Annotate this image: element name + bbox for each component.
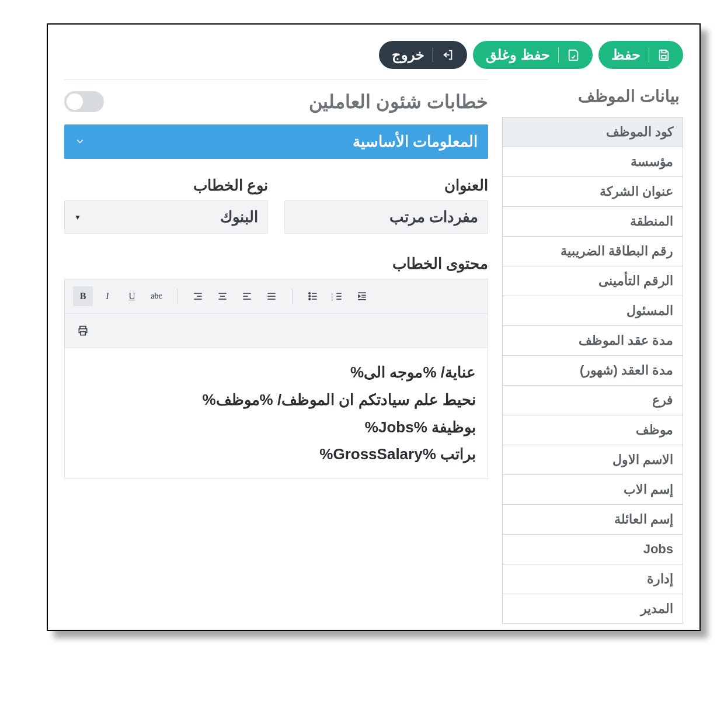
bullet-list-button[interactable] <box>303 286 323 306</box>
align-center-button[interactable] <box>213 286 232 306</box>
save-icon <box>657 48 670 61</box>
caret-down-icon: ▼ <box>74 213 81 221</box>
chevron-down-icon <box>75 133 85 151</box>
sidebar-item[interactable]: كود الموظف <box>502 117 683 147</box>
save-close-button[interactable]: حفظ وغلق <box>473 41 593 69</box>
editor-label: محتوى الخطاب <box>64 255 488 273</box>
indent-button[interactable] <box>352 286 372 306</box>
align-right-button[interactable] <box>188 286 208 306</box>
accordion-title: المعلومات الأساسية <box>353 133 478 151</box>
exit-button[interactable]: خروج <box>379 41 467 69</box>
svg-text:3: 3 <box>332 298 333 301</box>
strike-button[interactable]: abc <box>147 286 166 306</box>
svg-rect-0 <box>662 56 666 59</box>
page-title: خطابات شئون العاملين <box>113 91 488 113</box>
save-close-icon <box>567 48 580 61</box>
sidebar-item[interactable]: فرع <box>502 385 683 415</box>
sidebar-item[interactable]: مدة العقد (شهور) <box>502 355 683 386</box>
editor-content[interactable]: عناية/ %موجه الى%نحيط علم سيادتكم ان الم… <box>65 348 488 479</box>
editor-toolbar: B I U abc 123 <box>65 279 488 348</box>
sidebar: بيانات الموظف كود الموظفمؤسسةعنوان الشرك… <box>502 79 683 624</box>
sidebar-item[interactable]: مدة عقد الموظف <box>502 325 683 356</box>
label-title: العنوان <box>284 176 488 195</box>
main-panel: خطابات شئون العاملين المعلومات الأساسية … <box>64 79 488 624</box>
svg-point-13 <box>309 293 311 294</box>
svg-rect-30 <box>81 332 85 335</box>
align-left-button[interactable] <box>237 286 257 306</box>
svg-rect-29 <box>80 327 86 329</box>
title-input[interactable]: مفردات مرتب <box>284 200 488 234</box>
sidebar-item[interactable]: إسم الاب <box>502 474 683 505</box>
sidebar-item[interactable]: المنطقة <box>502 206 683 237</box>
svg-point-15 <box>309 299 311 300</box>
exit-icon <box>441 48 454 61</box>
bold-button[interactable]: B <box>73 286 93 306</box>
letter-type-select[interactable]: البنوك ▼ <box>64 200 268 234</box>
ordered-list-button[interactable]: 123 <box>328 286 347 306</box>
sidebar-item[interactable]: الاسم الاول <box>502 445 683 475</box>
underline-button[interactable]: U <box>122 286 142 306</box>
sidebar-title: بيانات الموظف <box>502 79 683 117</box>
accordion-basic-info[interactable]: المعلومات الأساسية <box>64 124 488 159</box>
action-toolbar: حفظ حفظ وغلق خروج <box>64 41 683 69</box>
save-button[interactable]: حفظ <box>598 41 683 69</box>
sidebar-item[interactable]: الرقم التأمينى <box>502 266 683 296</box>
toggle-switch[interactable] <box>64 91 104 112</box>
sidebar-item[interactable]: المسئول <box>502 296 683 326</box>
sidebar-item[interactable]: Jobs <box>502 534 683 564</box>
label-letter-type: نوع الخطاب <box>64 176 268 195</box>
exit-label: خروج <box>392 47 424 63</box>
svg-point-14 <box>309 296 311 297</box>
sidebar-item[interactable]: المدير <box>502 594 683 624</box>
rich-text-editor: B I U abc 123 <box>64 279 488 479</box>
sidebar-item[interactable]: إسم العائلة <box>502 504 683 535</box>
sidebar-item[interactable]: مؤسسة <box>502 147 683 177</box>
save-label: حفظ <box>611 47 641 63</box>
italic-button[interactable]: I <box>98 286 117 306</box>
sidebar-item[interactable]: إدارة <box>502 564 683 594</box>
sidebar-item[interactable]: عنوان الشركة <box>502 176 683 207</box>
save-close-label: حفظ وغلق <box>486 47 550 63</box>
sidebar-item[interactable]: موظف <box>502 415 683 445</box>
print-button[interactable] <box>73 321 93 341</box>
align-justify-button[interactable] <box>262 286 281 306</box>
sidebar-item[interactable]: رقم البطاقة الضريبية <box>502 236 683 266</box>
